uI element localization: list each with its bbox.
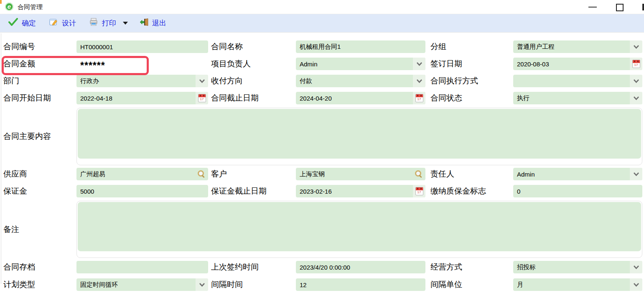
exit-button[interactable]: 退出 — [138, 17, 168, 30]
deposit-label: 保证金 — [3, 186, 76, 197]
customer-input[interactable]: 上海宝钢 — [296, 168, 425, 180]
check-icon — [8, 18, 18, 28]
chevron-down-icon[interactable] — [196, 278, 208, 291]
responsible-select[interactable]: Admin — [513, 168, 642, 180]
contract-no-label: 合同编号 — [3, 41, 76, 52]
toolbar: 确定 设计 打印 退出 — [0, 14, 644, 33]
pay-direction-label: 收付方向 — [208, 76, 296, 86]
close-button[interactable] — [642, 4, 644, 10]
deposit-input[interactable]: 5000 — [76, 185, 208, 197]
department-select[interactable]: 行政办 — [76, 75, 208, 87]
design-button-label: 设计 — [62, 18, 76, 28]
sign-date-input[interactable]: 2020-08-03 — [513, 58, 642, 70]
form-row-10: 计划类型 固定时间循环 间隔时间 12 间隔单位 月 — [3, 278, 642, 291]
form-row-remark: 备注 — [3, 201, 642, 258]
exec-method-label: 合同执行方式 — [425, 76, 513, 86]
design-button[interactable]: 设计 — [48, 17, 78, 30]
main-content-label: 合同主要内容 — [3, 131, 76, 142]
background-window-fragment — [0, 0, 2, 4]
main-content-textarea[interactable] — [76, 108, 642, 165]
archive-input[interactable] — [76, 261, 208, 273]
archive-label: 合同存档 — [3, 262, 76, 273]
supplier-input[interactable]: 广州超易 — [76, 168, 208, 180]
customer-label: 客户 — [208, 169, 296, 179]
remark-label: 备注 — [3, 224, 76, 235]
search-icon[interactable] — [198, 170, 205, 178]
search-icon[interactable] — [415, 170, 423, 178]
chevron-down-icon[interactable] — [630, 92, 642, 104]
department-label: 部门 — [3, 76, 76, 86]
quality-flag-label: 缴纳质保金标志 — [425, 186, 513, 197]
end-date-label: 合同截止日期 — [208, 93, 296, 104]
chevron-down-icon[interactable] — [630, 75, 642, 87]
group-label: 分组 — [425, 41, 513, 52]
last-sign-time-input[interactable]: 2023/4/20 0:00:00 — [296, 261, 425, 273]
contract-name-label: 合同名称 — [208, 41, 296, 52]
last-sign-time-label: 上次签约时间 — [208, 262, 296, 273]
supplier-label: 供应商 — [3, 169, 76, 179]
calendar-icon[interactable] — [413, 92, 425, 104]
responsible-label: 责任人 — [425, 169, 513, 179]
business-method-label: 经营方式 — [425, 262, 513, 273]
chevron-down-icon[interactable] — [413, 58, 425, 70]
remark-textarea[interactable] — [76, 201, 642, 258]
start-date-label: 合同开始日期 — [3, 93, 76, 104]
form-row-6: 供应商 广州超易 客户 上海宝钢 责任人 Admin — [3, 168, 642, 180]
minimize-button[interactable] — [588, 7, 597, 8]
status-select[interactable]: 执行 — [513, 92, 642, 104]
interval-time-input[interactable]: 12 — [296, 278, 425, 291]
maximize-button[interactable] — [616, 4, 624, 11]
pay-direction-select[interactable]: 付款 — [296, 75, 425, 87]
design-pad-icon — [49, 18, 59, 28]
print-button[interactable]: 打印 — [88, 17, 118, 30]
end-date-input[interactable]: 2024-04-20 — [296, 92, 425, 104]
exit-button-label: 退出 — [152, 18, 166, 28]
deposit-due-input[interactable]: 2023-02-16 — [296, 185, 425, 197]
business-method-select[interactable]: 招投标 — [513, 261, 642, 273]
contract-amount-input[interactable]: ****** — [76, 58, 208, 70]
print-dropdown-arrow-icon[interactable] — [123, 22, 128, 25]
form-row-2: 合同金额 ****** 项目负责人 Admin 签订日期 2020-08-03 — [3, 58, 642, 70]
interval-time-label: 间隔时间 — [208, 279, 296, 290]
contract-amount-label: 合同金额 — [3, 58, 76, 69]
plan-type-select[interactable]: 固定时间循环 — [76, 278, 208, 291]
exec-method-select[interactable] — [513, 75, 642, 87]
form-row-1: 合同编号 HT0000001 合同名称 机械租用合同1 分组 普通用户工程 — [3, 40, 642, 53]
print-button-label: 打印 — [102, 18, 116, 28]
project-manager-label: 项目负责人 — [208, 58, 296, 69]
chevron-down-icon[interactable] — [413, 75, 425, 87]
contract-no-input[interactable]: HT0000001 — [76, 40, 208, 53]
exit-door-icon — [140, 18, 149, 28]
background-window-edge — [1, 33, 1, 284]
chevron-down-icon[interactable] — [630, 278, 642, 291]
form-row-4: 合同开始日期 2022-04-18 合同截止日期 2024-04-20 合同状态… — [3, 92, 642, 104]
form-row-3: 部门 行政办 收付方向 付款 合同执行方式 — [3, 75, 642, 87]
sign-date-label: 签订日期 — [425, 58, 513, 69]
chevron-down-icon[interactable] — [630, 168, 642, 180]
ok-button-label: 确定 — [22, 18, 36, 28]
interval-unit-select[interactable]: 月 — [513, 278, 642, 291]
quality-flag-input[interactable]: 0 — [513, 185, 642, 197]
chevron-down-icon[interactable] — [630, 261, 642, 273]
deposit-due-label: 保证金截止日期 — [208, 186, 296, 197]
group-select[interactable]: 普通用户工程 — [513, 40, 642, 53]
form-row-7: 保证金 5000 保证金截止日期 2023-02-16 缴纳质保金标志 0 — [3, 185, 642, 197]
status-label: 合同状态 — [425, 93, 513, 104]
title-bar: e 合同管理 — [0, 0, 644, 14]
calendar-icon[interactable] — [413, 185, 425, 197]
form-row-9: 合同存档 上次签约时间 2023/4/20 0:00:00 经营方式 招投标 — [3, 261, 642, 273]
window-title: 合同管理 — [18, 3, 43, 11]
app-icon: e — [5, 3, 13, 11]
calendar-icon[interactable] — [630, 58, 642, 70]
start-date-input[interactable]: 2022-04-18 — [76, 92, 208, 104]
interval-unit-label: 间隔单位 — [425, 279, 513, 290]
chevron-down-icon[interactable] — [196, 75, 208, 87]
project-manager-select[interactable]: Admin — [296, 58, 425, 70]
form-row-main-content: 合同主要内容 — [3, 108, 642, 165]
contract-name-input[interactable]: 机械租用合同1 — [296, 40, 425, 53]
ok-button[interactable]: 确定 — [7, 17, 38, 30]
printer-icon — [89, 18, 99, 28]
calendar-icon[interactable] — [196, 92, 208, 104]
chevron-down-icon[interactable] — [630, 40, 642, 53]
plan-type-label: 计划类型 — [3, 279, 76, 290]
